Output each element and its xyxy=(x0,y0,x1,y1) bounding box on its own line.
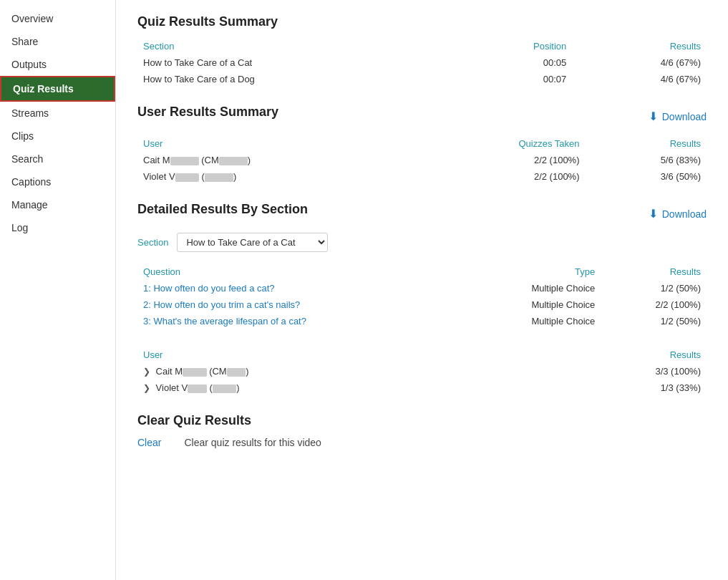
table-row: 2: How often do you trim a cat's nails? … xyxy=(137,296,707,313)
expand-arrow-violet[interactable]: ❯ xyxy=(143,383,150,393)
quizzes-cait: 2/2 (100%) xyxy=(416,152,586,168)
results-1: 1/2 (50%) xyxy=(601,280,707,296)
table-row: How to Take Care of a Cat 00:05 4/6 (67%… xyxy=(137,54,707,71)
col-user: User xyxy=(137,347,520,363)
question-2: 2: How often do you trim a cat's nails? xyxy=(137,296,462,313)
sidebar-item-manage[interactable]: Manage xyxy=(0,193,115,216)
question-1: 1: How often do you feed a cat? xyxy=(137,280,462,296)
position-dog: 00:07 xyxy=(457,71,572,87)
main-content: Quiz Results Summary Section Position Re… xyxy=(116,0,728,580)
sidebar-item-overview[interactable]: Overview xyxy=(0,7,115,30)
section-dog: How to Take Care of a Dog xyxy=(137,71,457,87)
sidebar-item-log[interactable]: Log xyxy=(0,216,115,239)
download-icon: ⬇ xyxy=(649,207,658,221)
clear-quiz-results-title: Clear Quiz Results xyxy=(137,413,707,428)
col-quizzes-taken: Quizzes Taken xyxy=(416,135,586,152)
results-dog: 4/6 (67%) xyxy=(572,71,707,87)
table-row: 3: What's the average lifespan of a cat?… xyxy=(137,313,707,329)
user-cait: Cait M (CM ) xyxy=(137,152,416,168)
col-user: User xyxy=(137,135,416,152)
results-cat: 4/6 (67%) xyxy=(572,54,707,71)
col-position: Position xyxy=(457,38,572,54)
detailed-results-title: Detailed Results By Section xyxy=(137,202,308,217)
expand-arrow-cait[interactable]: ❯ xyxy=(143,367,150,377)
section-dropdown[interactable]: How to Take Care of a Cat How to Take Ca… xyxy=(177,233,328,252)
detailed-results-section: Detailed Results By Section ⬇ Download S… xyxy=(137,202,707,396)
sidebar-item-streams[interactable]: Streams xyxy=(0,102,115,125)
col-type: Type xyxy=(462,264,601,280)
quiz-results-table: Section Position Results How to Take Car… xyxy=(137,38,707,87)
results-detail-cait: 3/3 (100%) xyxy=(520,363,707,380)
position-cat: 00:05 xyxy=(457,54,572,71)
sidebar-item-clips[interactable]: Clips xyxy=(0,125,115,148)
results-detail-violet: 1/3 (33%) xyxy=(520,380,707,396)
sidebar-item-outputs[interactable]: Outputs xyxy=(0,53,115,76)
sidebar-item-captions[interactable]: Captions xyxy=(0,170,115,193)
section-cat: How to Take Care of a Cat xyxy=(137,54,457,71)
clear-button[interactable]: Clear xyxy=(137,437,161,448)
user-results-table: User Quizzes Taken Results Cait M (CM ) … xyxy=(137,135,707,185)
sidebar: Overview Share Outputs Quiz Results Stre… xyxy=(0,0,116,580)
questions-table: Question Type Results 1: How often do yo… xyxy=(137,264,707,329)
type-1: Multiple Choice xyxy=(462,280,601,296)
detailed-results-download-button[interactable]: ⬇ Download xyxy=(649,207,707,221)
col-section: Section xyxy=(137,38,457,54)
table-row: ❯ Violet V ( ) 1/3 (33%) xyxy=(137,380,707,396)
results-cait: 5/6 (83%) xyxy=(586,152,707,168)
sidebar-item-quiz-results[interactable]: Quiz Results xyxy=(0,76,115,102)
table-row: Violet V ( ) 2/2 (100%) 3/6 (50%) xyxy=(137,168,707,185)
user-results-summary-section: User Results Summary ⬇ Download User Qui… xyxy=(137,105,707,185)
quiz-results-summary-title: Quiz Results Summary xyxy=(137,14,707,29)
sidebar-item-search[interactable]: Search xyxy=(0,148,115,170)
col-results: Results xyxy=(601,264,707,280)
type-2: Multiple Choice xyxy=(462,296,601,313)
clear-description: Clear quiz results for this video xyxy=(184,437,321,448)
sidebar-item-share[interactable]: Share xyxy=(0,30,115,53)
section-dropdown-label: Section xyxy=(137,237,168,248)
col-results: Results xyxy=(520,347,707,363)
user-detail-violet: ❯ Violet V ( ) xyxy=(137,380,520,396)
clear-quiz-results-section: Clear Quiz Results Clear Clear quiz resu… xyxy=(137,413,707,448)
user-results-download-button[interactable]: ⬇ Download xyxy=(649,110,707,123)
user-violet: Violet V ( ) xyxy=(137,168,416,185)
user-by-section-table: User Results ❯ Cait M (CM ) 3/3 (100%) ❯ xyxy=(137,347,707,396)
col-results: Results xyxy=(572,38,707,54)
download-icon: ⬇ xyxy=(649,110,658,123)
col-question: Question xyxy=(137,264,462,280)
table-row: 1: How often do you feed a cat? Multiple… xyxy=(137,280,707,296)
results-3: 1/2 (50%) xyxy=(601,313,707,329)
user-results-summary-title: User Results Summary xyxy=(137,105,278,120)
table-row: Cait M (CM ) 2/2 (100%) 5/6 (83%) xyxy=(137,152,707,168)
results-violet: 3/6 (50%) xyxy=(586,168,707,185)
table-row: How to Take Care of a Dog 00:07 4/6 (67%… xyxy=(137,71,707,87)
question-3: 3: What's the average lifespan of a cat? xyxy=(137,313,462,329)
type-3: Multiple Choice xyxy=(462,313,601,329)
quiz-results-summary-section: Quiz Results Summary Section Position Re… xyxy=(137,14,707,87)
user-detail-cait: ❯ Cait M (CM ) xyxy=(137,363,520,380)
col-results: Results xyxy=(586,135,707,152)
quizzes-violet: 2/2 (100%) xyxy=(416,168,586,185)
results-2: 2/2 (100%) xyxy=(601,296,707,313)
table-row: ❯ Cait M (CM ) 3/3 (100%) xyxy=(137,363,707,380)
